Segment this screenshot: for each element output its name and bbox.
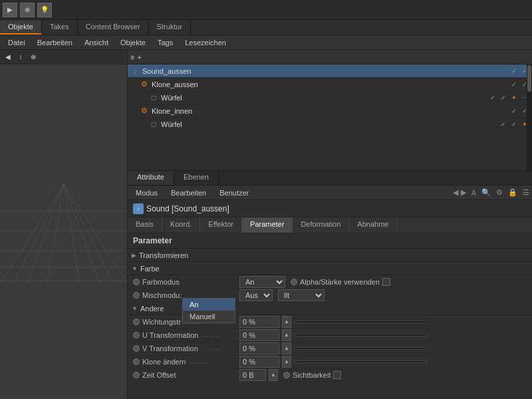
u-transform-slider[interactable] (294, 334, 427, 336)
tab-objekte[interactable]: Objekte (0, 20, 42, 35)
param-tab-deformation[interactable]: Deformation (293, 217, 349, 233)
param-tab-basis[interactable]: Basis (128, 217, 162, 233)
value-mischmodus[interactable]: Aus An (239, 289, 273, 301)
param-tab-abnahme[interactable]: Abnahme (349, 217, 397, 233)
value-u-transform[interactable]: ▲ (239, 329, 427, 341)
mischmodus-select[interactable]: Aus An (239, 289, 273, 301)
viewport-icon-1[interactable]: ◀ (3, 52, 13, 63)
v-transform-input[interactable] (239, 342, 279, 354)
tab-ebenen[interactable]: Ebenen (174, 171, 219, 185)
attr-search-icon[interactable]: 🔍 (481, 188, 491, 197)
tab-struktur[interactable]: Struktur (149, 20, 192, 35)
obj-row-sound-aussen[interactable]: ♪ Sound_aussen ✓ ✓ (128, 65, 532, 78)
attr-lock-icon[interactable]: 🔒 (508, 188, 517, 197)
attribute-panel: Attribute Ebenen Modus Bearbeiten Benutz… (128, 171, 532, 399)
wichtung-slider[interactable] (294, 321, 427, 323)
flag-check-7: ✓ (509, 106, 519, 116)
klone-innen-icon: ⚙ (140, 106, 149, 116)
label-u-transform: U Transformation ........ (133, 331, 239, 339)
wurfel-2-label: Würfel (161, 120, 499, 128)
tab-content-browser[interactable]: Content Browser (78, 20, 149, 35)
toolbar-icon-2[interactable]: ⊕ (20, 3, 35, 17)
svg-line-7 (64, 184, 113, 284)
circle-sicht (283, 372, 290, 378)
value-wichtung[interactable]: ▲ (239, 316, 427, 328)
value-v-transform[interactable]: ▲ (239, 342, 427, 354)
dropdown-item-an[interactable]: An (183, 299, 235, 311)
object-list: ♪ Sound_aussen ✓ ✓ ⚙ Klone_aussen ✓ ✓ (128, 65, 532, 171)
value-zeit[interactable]: ▲ (239, 369, 278, 381)
svg-line-3 (64, 184, 100, 284)
sichtbarkeit-checkbox[interactable] (333, 371, 341, 379)
svg-line-0 (0, 184, 64, 284)
menu-objekte[interactable]: Objekte (115, 37, 151, 48)
menu-tags[interactable]: Tags (152, 37, 178, 48)
toolbar-icon-3[interactable]: 💡 (37, 3, 52, 17)
attr-menu-bearbeiten[interactable]: Bearbeiten (166, 188, 211, 198)
mischmodus-right-select[interactable]: llt (278, 289, 325, 301)
label-transformieren: Transformieren (139, 251, 188, 259)
klone-aussen-label: Klone_aussen (152, 80, 509, 88)
alpha-checkbox[interactable] (382, 278, 390, 286)
obj-toolbar-icon-2[interactable]: + (137, 53, 141, 61)
param-tab-effektor[interactable]: Effektor (200, 217, 242, 233)
v-transform-spin[interactable]: ▲ (282, 342, 291, 354)
param-tab-koord[interactable]: Koord. (162, 217, 200, 233)
object-list-scrollbar[interactable] (527, 65, 532, 170)
attr-gear-icon[interactable]: ⚙ (496, 188, 503, 197)
top-toolbar: ▶ ⊕ 💡 (0, 0, 532, 20)
v-transform-slider[interactable] (294, 347, 427, 350)
right-panel: ≡ + ♪ Sound_aussen ✓ ✓ ⚙ Klone_aussen (128, 50, 532, 399)
viewport-icon-2[interactable]: ↕ (15, 52, 26, 63)
label-farbmodus: Farbmodus (133, 278, 239, 286)
obj-row-wurfel-2[interactable]: □ Würfel ✓ ✓ ● (128, 118, 532, 131)
toolbar-icon-1[interactable]: ▶ (3, 3, 17, 17)
param-content: Parameter ▶ Transformieren ▼ Farbe Farbm… (128, 233, 532, 399)
attr-extra-icon[interactable]: ☰ (523, 188, 529, 197)
param-tab-parameter[interactable]: Parameter (242, 217, 293, 233)
obj-toolbar-icon-1[interactable]: ≡ (130, 53, 134, 61)
menu-ansicht[interactable]: Ansicht (79, 37, 114, 48)
value-farbmodus[interactable]: An Aus Manuell (239, 276, 285, 288)
viewport-canvas[interactable]: .grid-line { stroke: #555; stroke-width:… (0, 65, 127, 399)
klone-spin[interactable]: ▲ (282, 356, 291, 368)
flag-check-1: ✓ (509, 66, 519, 76)
attr-arrow-left[interactable]: ◀ (453, 188, 458, 197)
attr-arrow-right[interactable]: ▶ (461, 188, 466, 197)
farbmodus-select[interactable]: An Aus Manuell (239, 276, 285, 288)
tab-takes[interactable]: Takes (42, 20, 78, 35)
circle-v-transform (133, 345, 140, 352)
circle-wichtung (133, 319, 140, 325)
menu-bearbeiten[interactable]: Bearbeiten (32, 37, 78, 48)
obj-row-klone-aussen[interactable]: ⚙ Klone_aussen ✓ ✓ (128, 78, 532, 91)
wichtung-spin-up[interactable]: ▲ (282, 316, 291, 328)
dropdown-popup-box: An Manuell (182, 298, 235, 323)
label-andere: Andere (140, 305, 164, 313)
flag-check-3: ✓ (509, 80, 519, 89)
label-farbe: Farbe (140, 265, 160, 273)
attr-menu-modus[interactable]: Modus (130, 188, 163, 198)
klone-slider[interactable] (294, 360, 427, 363)
obj-row-klone-innen[interactable]: ⚙ Klone_innen ✓ ✓ (128, 104, 532, 118)
arrow-andere: ▼ (132, 305, 138, 312)
value-klone[interactable]: ▲ (239, 356, 427, 368)
section-transformieren[interactable]: ▶ Transformieren (128, 249, 532, 262)
menu-lesezeichen[interactable]: Lesezeichen (180, 37, 231, 48)
klone-input[interactable] (239, 356, 279, 368)
u-transform-input[interactable] (239, 329, 279, 341)
tab-attribute[interactable]: Attribute (128, 171, 174, 185)
dropdown-item-manuell[interactable]: Manuell (183, 311, 235, 323)
u-transform-spin[interactable]: ▲ (282, 329, 291, 341)
zeit-spin[interactable]: ▲ (269, 369, 278, 381)
flag-dot-1: ● (509, 93, 519, 102)
attr-menu-benutzer[interactable]: Benutzer (214, 188, 254, 198)
obj-row-wurfel-1[interactable]: □ Würfel ✓ ✓ ● ⋯ (128, 91, 532, 104)
wichtung-input[interactable] (239, 316, 279, 328)
zeit-input[interactable] (239, 369, 266, 381)
menu-datei[interactable]: Datei (3, 37, 31, 48)
row-klone: Klone ändern ........ ▲ (128, 355, 532, 368)
attr-icon-A[interactable]: A (471, 189, 476, 197)
viewport-icon-3[interactable]: ⊕ (28, 52, 39, 63)
row-u-transform: U Transformation ........ ▲ (128, 329, 532, 342)
section-farbe[interactable]: ▼ Farbe (128, 262, 532, 275)
